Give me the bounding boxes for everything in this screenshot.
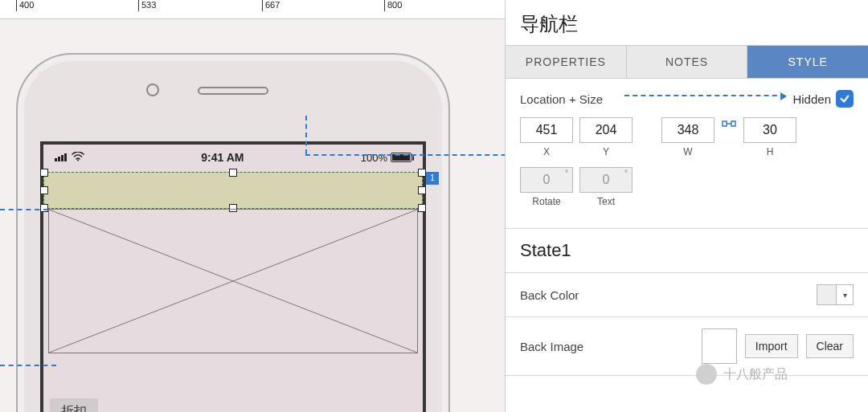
text-rotate-label: Text [597,196,615,207]
h-label: H [767,146,774,157]
resize-handle[interactable] [229,169,237,177]
y-input[interactable] [579,117,633,143]
ruler-tick-667: 667 [265,0,280,10]
phone-speaker-icon [198,87,268,95]
section-location-size: Location + Size Hidden X Y W [506,79,868,229]
status-time: 9:41 AM [201,151,244,164]
inspector-title: 导航栏 [506,0,868,45]
rotate-label: Rotate [532,196,560,207]
selection-order-badge: 1 [426,172,439,185]
inspector-tabs: PROPERTIES NOTES STYLE [506,45,868,79]
svg-rect-4 [731,121,735,126]
w-label: W [683,146,692,157]
clear-button[interactable]: Clear [806,334,854,358]
resize-handle[interactable] [40,169,48,177]
phone-camera-icon [146,84,159,96]
back-color-picker[interactable]: ▾ [817,284,854,305]
hidden-checkbox[interactable] [836,90,854,108]
resize-handle[interactable] [418,169,426,177]
battery-pct: 100% [361,152,387,164]
phone-screen[interactable]: 9:41 AM 100% 1 [40,141,426,412]
annotation-arrow [624,95,785,96]
tab-notes[interactable]: NOTES [627,46,748,78]
state-title: State1 [506,229,868,273]
w-input[interactable] [661,117,714,143]
back-image-thumbnail[interactable] [702,328,737,364]
resize-handle[interactable] [40,204,48,212]
import-button[interactable]: Import [745,334,798,358]
svg-point-0 [77,160,79,161]
status-bar: 9:41 AM 100% [43,145,423,170]
annotation-line [305,154,530,156]
resize-handle[interactable] [40,186,48,194]
discount-label-widget[interactable]: 折扣 [50,398,98,412]
back-color-swatch [817,285,837,304]
back-image-label: Back Image [520,340,583,353]
back-color-row: Back Color ▾ [506,273,868,317]
x-label: X [543,146,550,157]
h-input[interactable] [743,117,796,143]
watermark-avatar-icon [696,364,717,385]
aspect-lock-icon[interactable] [721,117,737,130]
ruler-tick-400: 400 [19,0,34,10]
inspector-panel: 导航栏 PROPERTIES NOTES STYLE Location + Si… [505,0,868,412]
watermark-text: 十八般产品 [723,366,788,383]
wifi-icon [72,151,84,164]
hidden-label: Hidden [792,92,831,106]
annotation-line [0,209,48,210]
resize-handle[interactable] [418,186,426,194]
tab-properties[interactable]: PROPERTIES [506,46,627,78]
x-input[interactable] [520,117,573,143]
y-label: Y [603,146,609,157]
location-size-label: Location + Size [520,92,603,106]
tab-style[interactable]: STYLE [747,46,868,78]
watermark: 十八般产品 [696,364,788,385]
signal-icon [55,153,67,161]
back-image-row: Back Image Import Clear [506,317,868,376]
selected-navbar-widget[interactable] [43,172,423,209]
annotation-line [305,116,307,154]
annotation-line [0,365,56,366]
svg-rect-3 [723,121,727,126]
resize-handle[interactable] [418,204,426,212]
iphone-frame: 9:41 AM 100% 1 [16,53,450,412]
design-canvas[interactable]: 9:41 AM 100% 1 [0,19,505,412]
ruler-tick-800: 800 [387,0,402,10]
image-placeholder-widget[interactable] [48,209,418,353]
ruler-tick-533: 533 [141,0,156,10]
back-color-label: Back Color [520,288,579,302]
chevron-down-icon: ▾ [837,291,853,300]
